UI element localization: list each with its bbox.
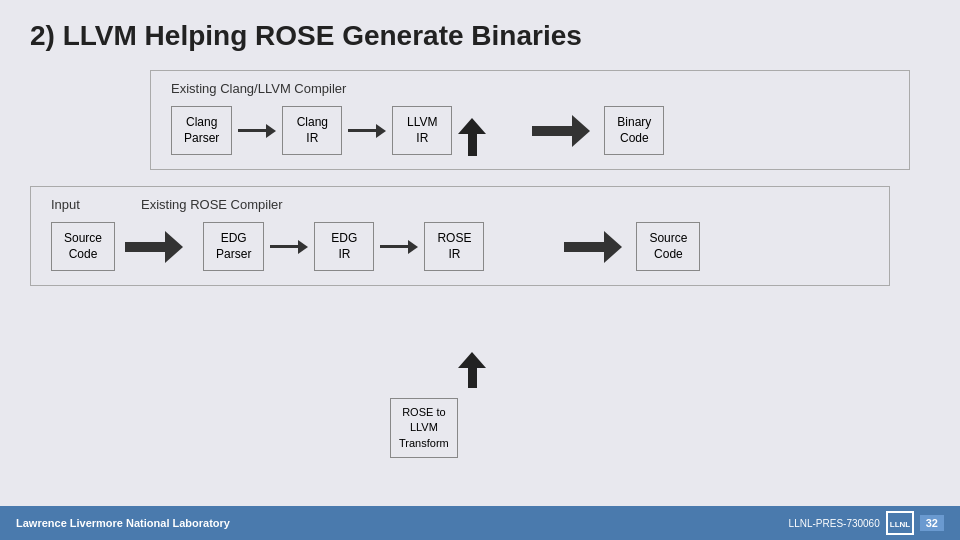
vert-connector-2 bbox=[458, 352, 486, 388]
clang-flow: ClangParser ClangIR LLVMIR BinaryCode bbox=[171, 106, 889, 155]
existing-rose-label: Existing ROSE Compiler bbox=[141, 197, 283, 212]
footer-bar: Lawrence Livermore National Laboratory L… bbox=[0, 506, 960, 540]
clang-parser-box: ClangParser bbox=[171, 106, 232, 155]
footer-left-text: Lawrence Livermore National Laboratory bbox=[16, 517, 230, 529]
rose-to-llvm-box: ROSE toLLVMTransform bbox=[390, 398, 458, 458]
page-number: 32 bbox=[920, 515, 944, 531]
svg-text:LLNL: LLNL bbox=[890, 520, 911, 529]
clang-label: Existing Clang/LLVM Compiler bbox=[171, 81, 889, 96]
edg-parser-box: EDGParser bbox=[203, 222, 264, 271]
source-code-output-box: SourceCode bbox=[636, 222, 700, 271]
arrow-4 bbox=[380, 240, 418, 254]
llvm-ir-box: LLVMIR bbox=[392, 106, 452, 155]
big-arrow-input bbox=[125, 231, 183, 263]
slide: 2) LLVM Helping ROSE Generate Binaries E… bbox=[0, 0, 960, 540]
rose-header: Input Existing ROSE Compiler bbox=[51, 197, 869, 212]
footer-ref: LLNL-PRES-730060 bbox=[789, 518, 880, 529]
arrow-2 bbox=[348, 124, 386, 138]
input-label: Input bbox=[51, 197, 111, 212]
binary-code-box: BinaryCode bbox=[604, 106, 664, 155]
source-code-input-box: SourceCode bbox=[51, 222, 115, 271]
big-arrow-rose bbox=[564, 231, 622, 263]
llnl-logo: LLNL bbox=[886, 511, 914, 535]
edg-ir-box: EDGIR bbox=[314, 222, 374, 271]
rose-flow: SourceCode EDGParser EDGIR ROSEIR Source… bbox=[51, 222, 869, 271]
arrow-1 bbox=[238, 124, 276, 138]
clang-ir-box: ClangIR bbox=[282, 106, 342, 155]
clang-compiler-box: Existing Clang/LLVM Compiler ClangParser… bbox=[150, 70, 910, 170]
footer-right: LLNL-PRES-730060 LLNL 32 bbox=[789, 511, 944, 535]
big-arrow-clang bbox=[532, 115, 590, 147]
vert-connector-1 bbox=[458, 118, 486, 156]
arrow-3 bbox=[270, 240, 308, 254]
rose-ir-box: ROSEIR bbox=[424, 222, 484, 271]
page-title: 2) LLVM Helping ROSE Generate Binaries bbox=[30, 20, 930, 52]
rose-compiler-box: Input Existing ROSE Compiler SourceCode … bbox=[30, 186, 890, 286]
